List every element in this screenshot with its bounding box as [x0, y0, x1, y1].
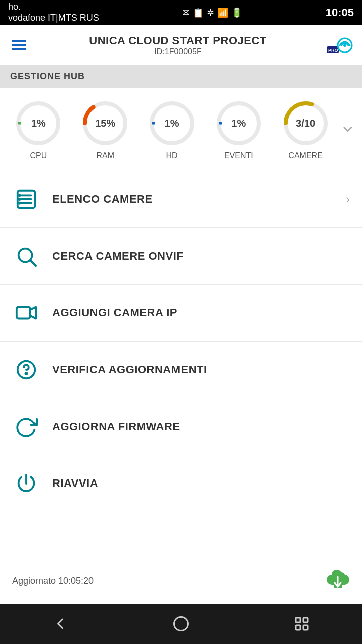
gauge-hd: 1% HD [139, 98, 206, 160]
search-icon [12, 242, 40, 270]
footer: Aggiornato 10:05:20 [0, 557, 362, 604]
menu-item-riavvia[interactable]: RIAVVIA [0, 455, 362, 512]
logo: PRO [326, 31, 354, 59]
video-icon [12, 299, 40, 327]
gauge-ram-label: RAM [96, 151, 114, 160]
nav-home-button[interactable] [161, 609, 201, 639]
svg-rect-28 [296, 618, 300, 622]
notif-icon-1: ✉ [182, 7, 190, 18]
bluetooth-icon: ✲ [207, 7, 214, 18]
hamburger-menu[interactable] [8, 36, 30, 54]
gauge-eventi: 1% EVENTI [205, 98, 272, 160]
power-icon [12, 469, 40, 498]
gauges-row: 1% CPU 15% RAM 1% HD [0, 88, 362, 171]
svg-rect-31 [303, 625, 308, 630]
nav-back-button[interactable] [40, 609, 80, 639]
gauge-ram-circle: 15% [80, 98, 130, 148]
gauge-camere-label: CAMERE [288, 151, 322, 160]
time-display: 10:05 [326, 6, 354, 19]
nav-recents-button[interactable] [282, 609, 322, 639]
svg-text:PRO: PRO [328, 48, 338, 53]
svg-line-22 [31, 261, 36, 266]
menu-item-cerca-camere-onvif[interactable]: CERCA CAMERE ONVIF [0, 228, 362, 285]
menu-label-aggiungi-camera-ip: AGGIUNGI CAMERA IP [52, 306, 350, 319]
battery-icon: 🔋 [231, 7, 242, 18]
menu-item-verifica-aggiornamenti[interactable]: VERIFICA AGGIORNAMENTI [0, 342, 362, 398]
footer-updated-text: Aggiornato 10:05:20 [12, 576, 94, 586]
menu-item-aggiorna-firmware[interactable]: AGGIORNA FIRMWARE [0, 398, 362, 455]
menu-arrow-elenco-camere: › [346, 192, 350, 206]
notif-icon-2: 📋 [193, 7, 204, 18]
gauge-hd-label: HD [166, 151, 177, 160]
download-cloud-button[interactable] [326, 568, 350, 594]
list-icon [12, 185, 40, 213]
gauge-camere-circle: 3/10 [281, 98, 331, 148]
gauge-cpu: 1% CPU [5, 98, 72, 160]
logo-svg: PRO [327, 32, 353, 58]
signal-icon: 📶 [217, 7, 228, 18]
menu-item-elenco-camere[interactable]: ELENCO CAMERE › [0, 171, 362, 228]
app-title-area: UNICA CLOUD START PROJECT ID:1F00005F [30, 34, 326, 56]
section-header: GESTIONE HUB [0, 65, 362, 88]
svg-point-3 [343, 44, 346, 47]
svg-rect-23 [17, 307, 30, 319]
cloud-download-icon [326, 568, 350, 592]
top-bar: UNICA CLOUD START PROJECT ID:1F00005F PR… [0, 25, 362, 65]
svg-rect-30 [296, 625, 300, 630]
gauge-cpu-circle: 1% [13, 98, 63, 148]
menu-label-verifica-aggiornamenti: VERIFICA AGGIORNAMENTI [52, 363, 350, 376]
menu-label-elenco-camere: ELENCO CAMERE [52, 193, 346, 206]
gauge-eventi-label: EVENTI [224, 151, 253, 160]
svg-rect-29 [303, 618, 308, 622]
app-title: UNICA CLOUD START PROJECT [30, 34, 326, 47]
gauge-eventi-circle: 1% [214, 98, 264, 148]
gauge-camere: 3/10 CAMERE [272, 98, 339, 160]
carrier-text: ho.vodafone IT|MTS RUS [8, 2, 99, 23]
gauge-hd-value: 1% [165, 118, 179, 129]
menu-label-aggiorna-firmware: AGGIORNA FIRMWARE [52, 420, 350, 433]
gauge-eventi-value: 1% [231, 118, 246, 129]
nav-bar [0, 604, 362, 644]
gauge-ram: 15% RAM [72, 98, 139, 160]
gauges-expand-button[interactable] [339, 122, 357, 136]
svg-point-25 [25, 373, 27, 374]
menu-label-riavvia: RIAVVIA [52, 477, 350, 490]
gauge-cpu-value: 1% [31, 118, 46, 129]
svg-point-27 [174, 617, 188, 631]
menu-list: ELENCO CAMERE › CERCA CAMERE ONVIF AGGIU… [0, 171, 362, 557]
menu-item-aggiungi-camera-ip[interactable]: AGGIUNGI CAMERA IP [0, 285, 362, 342]
status-bar: ho.vodafone IT|MTS RUS ✉ 📋 ✲ 📶 🔋 10:05 [0, 0, 362, 25]
help-icon [12, 356, 40, 384]
menu-label-cerca-camere-onvif: CERCA CAMERE ONVIF [52, 250, 350, 263]
app-subtitle: ID:1F00005F [30, 47, 326, 56]
gauge-ram-value: 15% [95, 118, 115, 129]
refresh-icon [12, 413, 40, 441]
gauge-hd-circle: 1% [147, 98, 197, 148]
gauge-cpu-label: CPU [30, 151, 47, 160]
gauge-camere-value: 3/10 [296, 118, 315, 129]
status-icons: ✉ 📋 ✲ 📶 🔋 [182, 7, 242, 18]
